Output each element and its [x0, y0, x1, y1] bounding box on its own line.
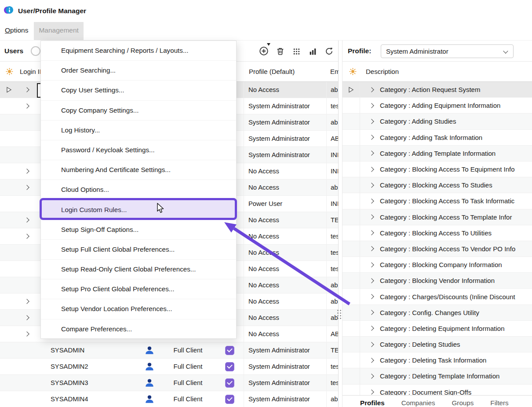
- expander-chevron-icon[interactable]: [369, 103, 374, 108]
- table-row[interactable]: SYSADMIN2Full ClientSystem Administrator…: [0, 359, 338, 375]
- enabled-checkbox[interactable]: [225, 395, 234, 404]
- expander-chevron-icon[interactable]: [369, 151, 374, 156]
- tab-profiles[interactable]: Profiles: [360, 396, 385, 407]
- expander-chevron-icon[interactable]: [24, 103, 29, 108]
- row-expander[interactable]: [18, 326, 36, 342]
- enabled-checkbox[interactable]: [225, 346, 234, 355]
- expander-chevron-icon[interactable]: [369, 135, 374, 139]
- category-row[interactable]: Category : Blocking Access To Utilities: [343, 225, 532, 241]
- row-expander[interactable]: [18, 163, 36, 179]
- menu-management[interactable]: Management: [34, 22, 83, 40]
- category-row[interactable]: Category : Deleting Task Information: [343, 352, 532, 368]
- chart-view-button[interactable]: [306, 44, 319, 58]
- expander-chevron-icon[interactable]: [24, 299, 29, 304]
- category-row[interactable]: Category : Charges/Discounts (Inline Dis…: [343, 289, 532, 304]
- menu-item[interactable]: Setup Pro Client Global Preferences...: [41, 279, 236, 299]
- category-row[interactable]: Category : Adding Equipment Information: [343, 98, 532, 114]
- menu-item[interactable]: Password / Keycloak Settings...: [41, 140, 236, 160]
- row-expander[interactable]: [18, 293, 36, 309]
- expander-chevron-icon[interactable]: [369, 358, 374, 363]
- category-row[interactable]: Category : Action Request System: [343, 82, 532, 98]
- menu-item[interactable]: Compare Preferences...: [41, 319, 236, 339]
- category-row[interactable]: Category : Document Sign-Offs: [343, 385, 532, 395]
- enabled-checkbox[interactable]: [225, 362, 234, 371]
- tab-filters[interactable]: Filters: [490, 396, 508, 407]
- category-row[interactable]: Category : Blocking Access To Template I…: [343, 209, 532, 225]
- row-expander[interactable]: [18, 310, 36, 326]
- category-row[interactable]: Category : Blocking Access To Vendor PO …: [343, 241, 532, 257]
- category-row[interactable]: Category : Adding Template Information: [343, 146, 532, 161]
- expander-chevron-icon[interactable]: [369, 214, 374, 219]
- expander-chevron-icon[interactable]: [369, 389, 374, 394]
- profile-select[interactable]: System Administrator: [381, 44, 514, 58]
- expander-chevron-icon[interactable]: [369, 246, 374, 251]
- category-row[interactable]: Category : Blocking Access To Equipment …: [343, 161, 532, 177]
- expander-chevron-icon[interactable]: [369, 87, 374, 92]
- menu-item[interactable]: Log History...: [41, 121, 236, 140]
- add-dropdown-caret-icon[interactable]: [267, 43, 270, 46]
- grid-view-button[interactable]: [290, 44, 303, 58]
- category-row[interactable]: Category : Adding Task Information: [343, 130, 532, 146]
- category-row[interactable]: Category : Blocking Company Information: [343, 257, 532, 273]
- menu-item[interactable]: Copy Company Settings...: [41, 101, 236, 121]
- menu-item[interactable]: Cloud Options...: [41, 180, 236, 200]
- expander-chevron-icon[interactable]: [369, 326, 374, 331]
- category-row[interactable]: Category : Deleting Equipment Informatio…: [343, 321, 532, 337]
- category-row[interactable]: Category : Blocking Access To Task Infor…: [343, 193, 532, 209]
- menu-item[interactable]: Login Custom Rules...: [41, 200, 236, 220]
- expander-chevron-icon[interactable]: [24, 185, 29, 190]
- refresh-button[interactable]: [322, 44, 335, 58]
- category-row[interactable]: Category : Blocking Access To Studies: [343, 177, 532, 193]
- expander-chevron-icon[interactable]: [369, 231, 374, 235]
- expander-chevron-icon[interactable]: [24, 169, 29, 173]
- expander-chevron-icon[interactable]: [24, 315, 29, 320]
- enabled-checkbox[interactable]: [225, 378, 234, 388]
- expander-chevron-icon[interactable]: [24, 234, 29, 238]
- category-row[interactable]: Category : Config. Changes Utility: [343, 305, 532, 321]
- menu-options[interactable]: Options: [0, 22, 33, 40]
- row-expander[interactable]: [18, 228, 36, 244]
- expander-chevron-icon[interactable]: [369, 310, 374, 315]
- expander-chevron-icon[interactable]: [369, 374, 374, 378]
- row-expander[interactable]: [18, 180, 36, 195]
- column-settings-sun-icon[interactable]: [349, 68, 357, 77]
- expander-chevron-icon[interactable]: [369, 183, 374, 187]
- expander-chevron-icon[interactable]: [369, 198, 374, 203]
- row-expander[interactable]: [18, 212, 36, 228]
- expander-chevron-icon[interactable]: [24, 331, 29, 336]
- expander-chevron-icon[interactable]: [369, 167, 374, 172]
- menu-item[interactable]: Setup Vendor Location Preferences...: [41, 299, 236, 319]
- row-expander[interactable]: [18, 82, 36, 98]
- users-toggle[interactable]: [31, 46, 40, 56]
- menu-item[interactable]: Copy User Settings...: [41, 81, 236, 100]
- category-row[interactable]: Category : Deleting Template Information: [343, 368, 532, 384]
- expander-chevron-icon[interactable]: [24, 87, 29, 92]
- table-row[interactable]: SYSADMIN4Full ClientSystem Administrator…: [0, 391, 338, 407]
- menu-item[interactable]: Numbering And Certificate Settings...: [41, 160, 236, 180]
- expander-chevron-icon[interactable]: [24, 217, 29, 222]
- category-row[interactable]: Category : Adding Studies: [343, 114, 532, 129]
- category-row[interactable]: Category : Deleting Studies: [343, 337, 532, 352]
- expander-chevron-icon[interactable]: [369, 262, 374, 267]
- table-row[interactable]: SYSADMINFull ClientSystem AdministratorT…: [0, 342, 338, 359]
- menu-item[interactable]: Equipment Searching / Reports / Layouts.…: [41, 41, 236, 61]
- menu-item[interactable]: Setup Sign-Off Captions...: [41, 220, 236, 240]
- splitter-grip[interactable]: [337, 310, 341, 319]
- expander-chevron-icon[interactable]: [369, 294, 374, 299]
- menu-item[interactable]: Setup Full Client Global Preferences...: [41, 240, 236, 260]
- column-settings-sun-icon[interactable]: [6, 68, 13, 77]
- expander-chevron-icon[interactable]: [369, 342, 374, 347]
- column-header-email[interactable]: Email: [330, 62, 339, 82]
- menu-item[interactable]: Setup Read-Only Client Global Preference…: [41, 260, 236, 279]
- expander-chevron-icon[interactable]: [369, 278, 374, 283]
- table-row[interactable]: SYSADMIN3Full ClientSystem Administrator…: [0, 375, 338, 391]
- add-user-button[interactable]: [257, 44, 270, 58]
- column-header-profile[interactable]: Profile (Default): [249, 62, 295, 82]
- menu-item[interactable]: Order Searching...: [41, 61, 236, 81]
- tab-groups[interactable]: Groups: [452, 396, 474, 407]
- category-row[interactable]: Category : Blocking Vendor Information: [343, 273, 532, 289]
- expander-chevron-icon[interactable]: [369, 119, 374, 124]
- delete-user-button[interactable]: [273, 44, 287, 58]
- row-expander[interactable]: [18, 98, 36, 114]
- column-header-description[interactable]: Description: [366, 62, 399, 82]
